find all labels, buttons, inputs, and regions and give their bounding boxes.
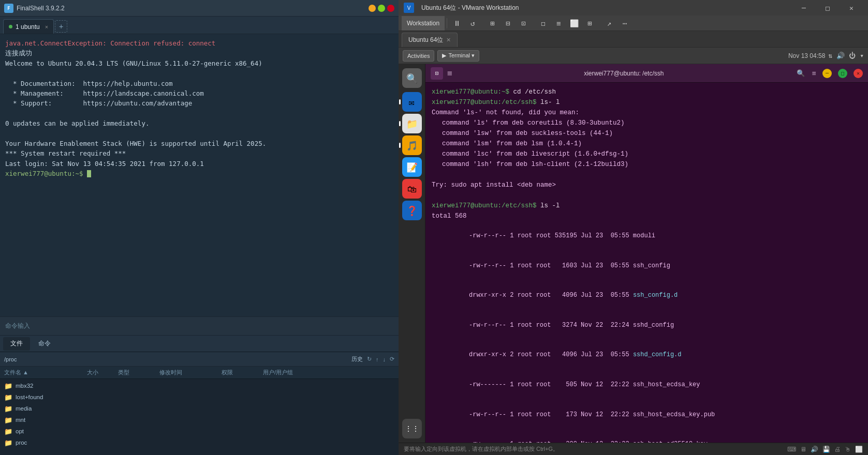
vm-unity-btn[interactable]: ⊡ [516, 17, 531, 29]
list-item[interactable]: 📁 lost+found [0, 391, 399, 403]
dock-notes-icon: 📝 [406, 162, 418, 173]
list-item[interactable]: 📁 media [0, 403, 399, 414]
dock-email-icon: ✉ [409, 97, 415, 108]
dock-help-icon: ❓ [406, 205, 418, 216]
uterm-minimize-btn[interactable]: ─ [822, 69, 832, 78]
vm-fullscreen-btn[interactable]: ⊟ [500, 17, 516, 29]
list-item[interactable]: 📁 opt [0, 426, 399, 437]
term-line: Your Hardware Enablement Stack (HWE) is … [5, 139, 393, 148]
vm-send-btn[interactable]: ↗ [601, 17, 617, 29]
power-icon: ⏻ [849, 52, 856, 59]
dock-music-icon: 🎵 [406, 140, 418, 151]
term-line: java.net.ConnectException: Connection re… [5, 38, 393, 48]
term-line: 0 updates can be applied immediately. [5, 118, 393, 128]
term-line: -rw-r--r-- 1 root root 173 Nov 12 22:22 … [432, 400, 862, 430]
vm-view-btn3[interactable]: ⬜ [566, 17, 582, 29]
term-line [5, 68, 393, 78]
vm-maximize-btn[interactable]: □ [816, 1, 839, 15]
fs-tab-file[interactable]: 文件 [3, 337, 30, 351]
volume-icon: 🔊 [836, 52, 845, 59]
dock-notes[interactable]: 📝 [402, 157, 422, 177]
term-line: command 'lsc' from deb livescript (1.6.0… [432, 149, 862, 159]
fs-minimize-btn[interactable] [369, 5, 376, 12]
vm-power-btn[interactable]: ⏸ [449, 17, 465, 29]
dock-music[interactable]: 🎵 [402, 135, 422, 155]
vm-sb-icon2: 🖥 [800, 446, 806, 453]
fb-col-date: 修改时间 [159, 369, 222, 376]
fs-bottom-tab-bar: 文件 命令 [0, 335, 399, 352]
folder-icon: 📁 [4, 427, 12, 435]
vm-menu-separator [447, 18, 447, 28]
term-line: drwxr-xr-x 2 root root 4096 Jul 23 05:55… [432, 340, 862, 370]
vm-menubar: Workstation ⏸ ↺ ⊞ ⊟ ⊡ ◻ ≡ ⬜ ⊞ ↗ ⋯ [399, 16, 868, 31]
dock-email[interactable]: ✉ [402, 92, 422, 112]
fb-col-size: 大小 [87, 369, 118, 376]
fs-terminal-area[interactable]: java.net.ConnectException: Connection re… [0, 34, 399, 316]
term-line: command 'lsh' from deb lsh-client (2.1-1… [432, 159, 862, 170]
uterm-menu-icon[interactable]: ≡ [809, 68, 819, 79]
dock-files-icon: 📁 [406, 118, 418, 129]
term-line: xierwei777@ubuntu:/etc/ssh$ ls- l [432, 97, 862, 108]
fs-maximize-btn[interactable] [378, 5, 385, 12]
dock-appstore[interactable]: 🛍 [402, 179, 422, 199]
vm-terminal-btn[interactable]: ▶ Terminal ▾ [437, 50, 479, 62]
fs-tab-command[interactable]: 命令 [31, 337, 58, 351]
vm-tab-ubuntu[interactable]: Ubuntu 64位 ✕ [402, 33, 458, 47]
vm-content-area: 🔍 ✉ 📁 🎵 📝 🛍 ❓ ⋮⋮ [399, 64, 868, 443]
list-item[interactable]: 📁 mbx32 [0, 380, 399, 391]
term-line: drwxr-xr-x 2 root root 4096 Jul 23 05:55… [432, 281, 862, 311]
term-line: -rw-r--r-- 1 root root 3274 Nov 22 22:24… [432, 311, 862, 341]
vm-tab-close-icon[interactable]: ✕ [446, 37, 451, 43]
folder-icon: 📁 [4, 382, 12, 390]
chevron-down-icon[interactable]: ▾ [860, 52, 864, 59]
vm-more-btn[interactable]: ⋯ [617, 17, 632, 29]
term-line: * Support: https://ubuntu.com/advantage [5, 98, 393, 108]
fs-tab-close-icon[interactable]: × [45, 24, 48, 30]
vm-view-btn1[interactable]: ◻ [535, 17, 551, 29]
vm-sb-icon3: 🔊 [811, 446, 818, 453]
fs-tab-ubuntu[interactable]: 1 ubuntu × [3, 19, 54, 34]
fs-tab-label: 1 ubuntu [16, 23, 40, 31]
vmware-window: V Ubuntu 64位 - VMware Workstation ─ □ ✕ … [399, 0, 868, 455]
fs-new-tab-btn[interactable]: + [55, 20, 67, 33]
vm-datetime: Nov 13 04:58 [788, 52, 825, 59]
list-item[interactable]: 📁 mnt [0, 414, 399, 426]
fb-down-icon[interactable]: ↓ [383, 356, 386, 362]
vm-menu-workstation[interactable]: Workstation [402, 16, 445, 31]
uterm-title-text: xierwei777@ubuntu: /etc/ssh [452, 70, 796, 77]
uterm-close-btn[interactable]: ✕ [854, 69, 863, 78]
term-line: -rw-r--r-- 1 root root 1603 Jul 23 05:55… [432, 251, 862, 281]
vm-activities-btn[interactable]: Activities [403, 50, 434, 62]
term-line: command 'lsm' from deb lsm (1.0.4-1) [432, 139, 862, 149]
fb-history-btn[interactable]: 历史 [351, 355, 363, 363]
vm-view-btn2[interactable]: ≡ [551, 17, 566, 29]
fb-refresh-icon[interactable]: ↻ [367, 356, 372, 362]
vm-sb-icon6: 🖱 [845, 446, 851, 453]
list-item[interactable]: 📁 proc [0, 437, 399, 448]
vm-restart-btn[interactable]: ↺ [465, 17, 480, 29]
dock-help[interactable]: ❓ [402, 201, 422, 220]
term-line: xierwei777@ubuntu:/etc/ssh$ ls -l [432, 201, 862, 211]
dock-search[interactable]: 🔍 [402, 68, 422, 88]
dock-active-indicator [399, 121, 401, 126]
fb-col-filename[interactable]: 文件名 ▲ [4, 369, 87, 376]
fs-window-controls [369, 5, 394, 12]
uterm-hamburger-icon[interactable]: ≡ [447, 68, 452, 78]
vm-close-btn[interactable]: ✕ [840, 1, 863, 15]
fb-up-icon[interactable]: ↑ [376, 356, 379, 362]
uterm-content-area[interactable]: xierwei777@ubuntu:~$ cd /etc/ssh xierwei… [425, 83, 868, 443]
vm-sb-icon4: 💾 [822, 446, 830, 453]
fb-reload-icon[interactable]: ⟳ [390, 356, 394, 362]
dock-apps-btn[interactable]: ⋮⋮ [402, 419, 422, 438]
vm-screenshot-btn[interactable]: ⊞ [484, 17, 500, 29]
fb-col-type: 类型 [118, 369, 159, 376]
dock-files[interactable]: 📁 [402, 114, 422, 133]
fs-close-btn[interactable] [387, 5, 394, 12]
vm-title-text: Ubuntu 64位 - VMware Workstation [421, 4, 788, 12]
uterm-search-icon[interactable]: 🔍 [796, 68, 806, 79]
uterm-maximize-btn[interactable]: □ [838, 69, 847, 78]
term-line: xierwei777@ubuntu:~$ cd /etc/ssh [432, 87, 862, 97]
vm-sb-icon1: ⌨ [787, 446, 796, 453]
vm-view-btn4[interactable]: ⊞ [582, 17, 597, 29]
vm-minimize-btn[interactable]: ─ [792, 1, 815, 15]
